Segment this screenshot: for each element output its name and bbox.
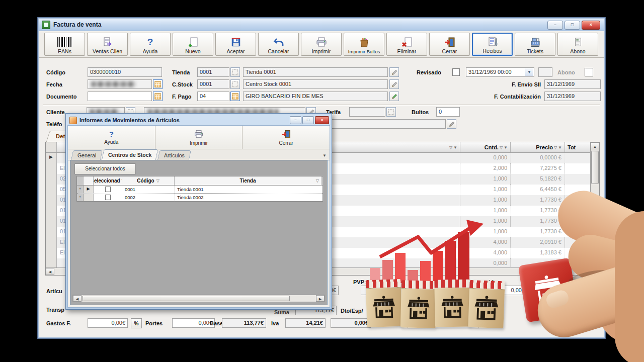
fpago-name-field: GIRO BANCARIO FIN DE MES [243,92,388,101]
toolbar-button-aceptar[interactable]: Aceptar [215,33,256,56]
cstock-edit-pencil-icon[interactable] [389,79,399,89]
mini-field[interactable] [538,67,552,77]
dialog-minimize-button[interactable]: − [290,116,301,124]
toolbar-button-nuevo[interactable]: Nuevo [173,33,213,56]
header-seleccionado[interactable]: Seleccionad ▽ [94,176,122,185]
dialog-button-imprimir[interactable]: Imprimir [155,126,243,149]
observaciones-edit-pencil-icon[interactable] [447,119,456,129]
tarifa-field[interactable] [349,107,385,117]
row-checkbox[interactable] [105,187,111,192]
revisado-checkbox[interactable] [452,68,460,76]
window-titlebar[interactable]: Factura de venta − □ × [39,19,604,31]
maximize-button[interactable]: □ [565,21,580,30]
tarifa-lookup-button[interactable] [386,107,396,117]
portes-field[interactable]: 0,00€ [172,318,215,328]
abono-checkbox[interactable] [585,68,593,76]
toolbar-button-cancelar[interactable]: Cancelar [258,33,299,56]
scroll-left-icon[interactable]: ◀ [73,295,82,302]
tienda-label: Tienda [172,69,190,75]
dialog-content: Seleccionar todos Seleccionad ▽ Código ▽… [70,160,328,305]
cstock-lookup-button[interactable] [230,79,240,89]
cstock-label: C.Stock [172,81,193,87]
scroll-left-icon[interactable]: ◀ [46,268,54,275]
grid-header-total[interactable]: Tot [565,142,591,152]
toolbar-button-abono[interactable]: Abono [557,33,598,56]
dialog-button-ayuda[interactable]: ? Ayuda [68,126,155,149]
dialog-titlebar[interactable]: Informes de Movimientos de Artículos − □… [67,115,330,125]
filter-icon[interactable]: ▽ [316,178,319,183]
header-codigo[interactable]: Código ▽ [122,176,175,185]
help-icon: ? [147,36,153,49]
toolbar-button-eliminar[interactable]: Eliminar [386,33,427,56]
close-button[interactable]: × [582,21,600,30]
expand-icon[interactable]: + [77,186,84,193]
toolbar-button-imprimir-bultos[interactable]: Imprimir Bultos [344,33,384,56]
envio-sii-field: 31/12/1969 [544,79,601,89]
toolbar-button-eans[interactable]: EANs [44,33,85,56]
revisado-label: Revisado [417,69,441,75]
tab-articulos[interactable]: Artículos [157,150,191,160]
store-icon [371,295,397,321]
tab-centros-de-stock[interactable]: Centros de Stock [102,149,158,160]
table-row[interactable]: + 0002 Tienda 0002 [77,194,323,201]
pin-icon[interactable]: ▼ [323,153,327,158]
codigo-field[interactable]: 0300000010 [88,67,162,77]
filter-icon[interactable]: ▽ [554,145,557,150]
dialog-maximize-button[interactable]: □ [302,116,314,124]
articulo-label: Artícu [46,288,62,294]
select-all-button[interactable]: Seleccionar todos [74,163,136,174]
dropdown-icon[interactable]: ▼ [504,145,508,150]
dialog-horizontal-scrollbar[interactable]: ◀ ▶ [72,295,325,302]
fecha-field[interactable] [88,79,152,89]
toolbar-button-ayuda[interactable]: ? Ayuda [130,33,171,56]
toolbar-button-ventas-clien[interactable]: Ventas Clien [87,33,128,56]
percent-button[interactable]: % [131,318,142,328]
dialog-close-button[interactable]: × [315,116,329,124]
filter-icon[interactable]: ▽ [156,178,159,183]
gastos-label: Gastos F. [46,320,71,326]
dto-total-field: 0,00€ [331,318,371,328]
grid-header-precio[interactable]: Precio ▽ ▼ [511,142,565,152]
row-checkbox[interactable] [105,195,111,200]
cstock-code-field[interactable]: 0001 [197,79,229,89]
bultos-field[interactable]: 0 [436,107,460,117]
fecha-hora-dropdown[interactable]: 31/12/1969 00:00 ▼ [466,67,534,77]
toolbar-button-recibos[interactable]: Recibos [472,33,513,56]
fpago-edit-pencil-icon[interactable] [389,92,399,101]
barcode-icon [57,36,72,49]
tab-general[interactable]: General [71,150,103,160]
fpago-code-field[interactable]: 04 [197,92,229,101]
awning-stripes [434,279,469,288]
fpago-calendar-icon[interactable] [230,92,240,101]
close-icon: × [321,118,324,122]
store-icon [440,295,465,320]
tienda-lookup-button[interactable] [230,67,240,77]
filter-icon[interactable]: ▽ [500,145,503,150]
table-row[interactable]: + ▶ 0001 Tienda 0001 [77,186,323,194]
minimize-button[interactable]: − [547,21,563,30]
minimize-icon: − [554,22,556,27]
printer-icon [315,36,328,49]
filter-icon[interactable]: ▽ [449,145,452,150]
tienda-code-field[interactable]: 0001 [197,67,229,77]
scroll-right-icon[interactable]: ▶ [316,295,325,302]
dialog-button-cerrar[interactable]: Cerrar [243,126,330,149]
toolbar-button-imprimir[interactable]: Imprimir [301,33,342,56]
grid-header-cntd[interactable]: Cntd. ▽ ▼ [460,142,511,152]
dropdown-icon[interactable]: ▼ [453,145,457,150]
documento-field[interactable] [88,92,152,101]
tienda-name-field: Tienda 0001 [243,67,388,77]
toolbar-button-tickets[interactable]: Tickets [515,33,555,56]
scroll-up-icon[interactable]: ▲ [591,142,599,150]
chevron-down-icon[interactable]: ▼ [525,68,533,76]
toolbar-button-cerrar[interactable]: Cerrar [429,33,470,56]
gastos-field[interactable]: 0,00€ [88,318,128,328]
scrollbar-thumb[interactable] [591,151,599,184]
expand-icon[interactable]: + [77,194,84,201]
header-tienda[interactable]: Tienda ▽ [175,176,321,185]
scrollbar-thumb[interactable] [83,296,290,301]
dropdown-icon[interactable]: ▼ [558,145,562,150]
documento-calendar-icon[interactable] [153,92,163,101]
tienda-edit-pencil-icon[interactable] [389,67,399,77]
fecha-calendar-icon[interactable] [153,79,163,89]
